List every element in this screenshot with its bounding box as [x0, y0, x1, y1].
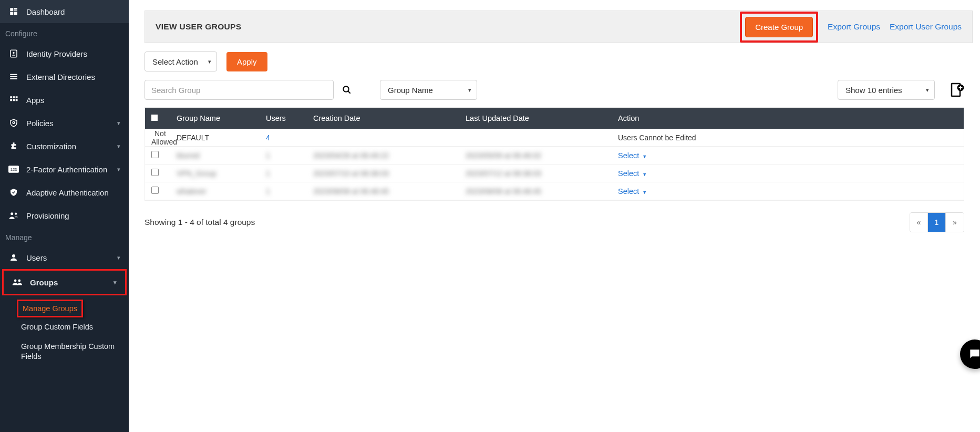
svg-point-23: [18, 280, 21, 282]
id-badge-icon: [8, 48, 19, 59]
svg-rect-12: [16, 96, 18, 98]
shield-check-icon: [8, 187, 19, 198]
svg-rect-4: [14, 12, 17, 15]
label: Customization: [26, 142, 117, 151]
svg-rect-13: [10, 99, 12, 101]
table-row: whatever 1 2023/08/08 at 06:48:45 2023/0…: [145, 182, 964, 200]
svg-rect-2: [14, 11, 17, 12]
svg-rect-0: [10, 8, 13, 11]
svg-point-19: [11, 212, 13, 215]
cell-users-link[interactable]: 4: [266, 133, 313, 142]
svg-rect-3: [10, 12, 13, 15]
svg-rect-1: [14, 8, 17, 9]
table-footer: Showing 1 - 4 of total 4 groups « 1 »: [145, 212, 964, 232]
sidebar-item-dashboard[interactable]: Dashboard: [0, 0, 129, 23]
add-column-icon[interactable]: [951, 83, 964, 97]
svg-rect-7: [10, 74, 17, 75]
svg-point-24: [343, 86, 349, 92]
caret-icon: ▼: [642, 172, 647, 177]
svg-text:123: 123: [11, 167, 17, 172]
svg-point-6: [13, 52, 14, 54]
th-group-name[interactable]: Group Name: [177, 114, 266, 122]
th-creation-date[interactable]: Creation Date: [313, 114, 466, 122]
th-updated-date[interactable]: Last Updated Date: [466, 114, 618, 122]
row-checkbox[interactable]: [151, 187, 159, 194]
page-title: VIEW USER GROUPS: [156, 22, 241, 32]
list-icon: [8, 71, 19, 82]
chevron-down-icon: ▾: [114, 279, 117, 286]
section-manage: Manage: [0, 227, 129, 246]
sidebar-item-policies[interactable]: Policies ▾: [0, 111, 129, 135]
th-action: Action: [618, 114, 964, 122]
cell-users: 1: [266, 151, 313, 160]
chevron-down-icon: ▾: [117, 166, 120, 173]
row-select-dropdown[interactable]: Select ▼: [618, 169, 647, 178]
filter-column-dropdown[interactable]: Group Name ▾: [380, 80, 477, 100]
user-icon: [8, 252, 19, 263]
caret-icon: ▼: [642, 190, 647, 195]
row-select-dropdown[interactable]: Select ▼: [618, 151, 647, 160]
label: Adaptive Authentication: [26, 188, 120, 197]
filter-row: Group Name ▾ Show 10 entries ▾: [145, 80, 964, 100]
bulk-action-row: Select Action ▾ Apply: [145, 52, 964, 71]
cell-group-name: whatever: [177, 187, 266, 196]
sidebar-item-adaptive-auth[interactable]: Adaptive Authentication: [0, 181, 129, 204]
row-checkbox[interactable]: [151, 169, 159, 176]
sidebar-item-provisioning[interactable]: Provisioning: [0, 204, 129, 227]
caret-icon: ▾: [208, 58, 211, 65]
label: Select: [618, 151, 639, 160]
select-action-dropdown[interactable]: Select Action ▾: [145, 52, 217, 71]
row-select-dropdown[interactable]: Select ▼: [618, 187, 647, 196]
sidebar-item-customization[interactable]: Customization ▾: [0, 135, 129, 158]
sidebar-item-groups[interactable]: Groups ▾: [4, 271, 125, 294]
number-icon: 123: [8, 164, 19, 174]
label: Dashboard: [26, 7, 120, 16]
cell-updated: 2023/08/08 at 06:48:45: [466, 187, 618, 196]
sidebar-item-apps[interactable]: Apps: [0, 88, 129, 111]
label: Select: [618, 169, 639, 178]
create-group-button[interactable]: Create Group: [745, 17, 813, 37]
grid-icon: [8, 95, 19, 105]
sidebar-item-external-directories[interactable]: External Directories: [0, 65, 129, 88]
sidebar-sub-group-custom-fields[interactable]: Group Custom Fields: [0, 317, 129, 336]
export-groups-link[interactable]: Export Groups: [828, 22, 880, 32]
svg-rect-11: [13, 96, 15, 98]
sidebar-item-users[interactable]: Users ▾: [0, 246, 129, 269]
sidebar-item-2fa[interactable]: 123 2-Factor Authentication ▾: [0, 158, 129, 181]
svg-rect-10: [10, 96, 12, 98]
label: Policies: [26, 119, 117, 128]
th-users[interactable]: Users: [266, 114, 313, 122]
search-input[interactable]: [145, 80, 334, 100]
showing-text: Showing 1 - 4 of total 4 groups: [145, 218, 255, 227]
table-header: Group Name Users Creation Date Last Upda…: [145, 108, 964, 129]
table-row: blurred 1 2023/04/28 at 06:49:22 2023/05…: [145, 147, 964, 164]
sidebar-sub-manage-groups[interactable]: Manage Groups: [17, 300, 83, 317]
sidebar-sub-group-membership[interactable]: Group Membership Custom Fields: [0, 336, 129, 367]
select-all-checkbox[interactable]: [151, 115, 158, 121]
label: Provisioning: [26, 211, 120, 220]
svg-point-16: [13, 121, 15, 124]
apply-button[interactable]: Apply: [226, 52, 267, 71]
cell-users: 1: [266, 169, 313, 178]
pager-page-1[interactable]: 1: [928, 213, 946, 232]
main-content: VIEW USER GROUPS Create Group Export Gro…: [129, 0, 980, 432]
row-checkbox[interactable]: [151, 151, 159, 158]
entries-dropdown[interactable]: Show 10 entries ▾: [838, 80, 935, 100]
search-icon[interactable]: [342, 85, 352, 95]
header-actions: Create Group Export Groups Export User G…: [740, 12, 962, 43]
highlight-create-group: Create Group: [740, 12, 818, 43]
cell-updated: 2023/05/09 at 06:46:02: [466, 151, 618, 160]
pagination: « 1 »: [910, 212, 964, 232]
cell-created: 2023/08/08 at 06:48:45: [313, 187, 466, 196]
pager-prev[interactable]: «: [910, 213, 928, 232]
pager-next[interactable]: »: [946, 213, 964, 232]
sidebar-item-identity-providers[interactable]: Identity Providers: [0, 42, 129, 65]
chevron-down-icon: ▾: [117, 254, 120, 261]
highlight-groups: Groups ▾: [2, 269, 127, 295]
cell-group-name: DEFAULT: [177, 133, 266, 142]
export-user-groups-link[interactable]: Export User Groups: [890, 22, 962, 32]
table-row: Not Allowed DEFAULT 4 Users Cannot be Ed…: [145, 129, 964, 147]
cell-updated: 2023/07/12 at 08:38:03: [466, 169, 618, 178]
chevron-down-icon: ▾: [117, 120, 120, 127]
label: 2-Factor Authentication: [26, 165, 117, 174]
